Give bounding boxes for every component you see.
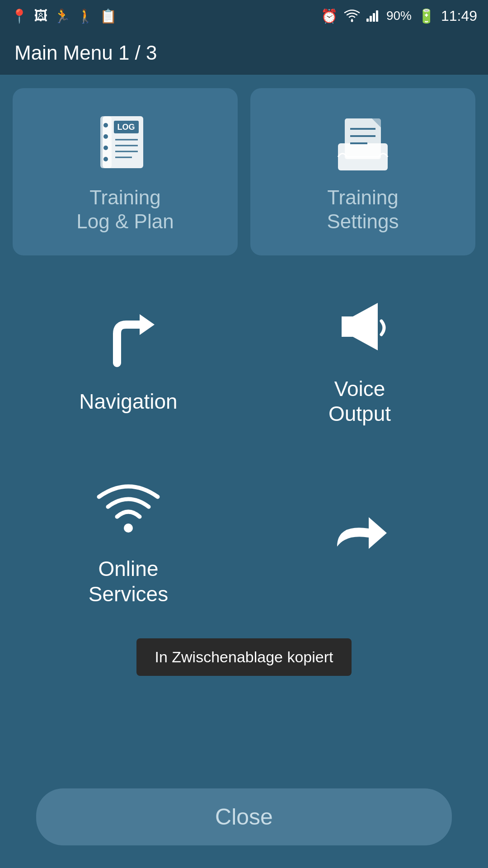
megaphone-icon (324, 292, 396, 364)
online-services-button[interactable]: Online Services (13, 453, 244, 624)
share-icon (324, 497, 396, 569)
svg-point-24 (124, 524, 133, 533)
svg-point-7 (103, 123, 108, 127)
time-display: 11:49 (441, 8, 477, 24)
log-icon: LOG (94, 112, 157, 175)
share-button[interactable] (244, 453, 475, 624)
navigation-label: Navigation (79, 389, 177, 414)
bottom-row: Online Services (13, 453, 475, 624)
close-button-container: Close (0, 779, 488, 868)
battery-icon: 🔋 (418, 8, 435, 24)
close-button[interactable]: Close (36, 788, 452, 845)
status-bar: 📍 🖼 🏃 🚶 📋 ⏰ (0, 0, 488, 32)
svg-rect-1 (366, 19, 369, 22)
settings-doc-icon (331, 112, 394, 175)
svg-rect-3 (373, 13, 375, 22)
status-icons-left: 📍 🖼 🏃 🚶 📋 (11, 8, 117, 24)
alarm-icon: ⏰ (321, 8, 338, 24)
voice-output-button[interactable]: Voice Output (244, 274, 475, 444)
navigation-button[interactable]: Navigation (13, 274, 244, 444)
battery-percent: 90% (386, 9, 412, 23)
clipboard-icon: 📋 (100, 8, 117, 24)
status-icons-right: ⏰ 90% 🔋 11:49 (321, 8, 477, 24)
training-log-label: Training Log & Plan (76, 186, 174, 234)
image-icon: 🖼 (34, 8, 47, 24)
svg-text:LOG: LOG (117, 123, 135, 132)
svg-rect-18 (345, 118, 381, 159)
toast-container: In Zwischenablage kopiert (13, 638, 475, 689)
training-settings-label: Training Settings (327, 186, 399, 234)
svg-rect-4 (376, 10, 378, 22)
svg-point-9 (103, 146, 108, 150)
wifi-services-icon (92, 472, 164, 544)
top-buttons-row: LOG Training Log & Plan (13, 88, 475, 255)
svg-point-0 (351, 20, 353, 22)
svg-rect-2 (370, 16, 372, 22)
online-services-label: Online Services (89, 557, 168, 606)
walking-icon: 🚶 (77, 8, 94, 24)
svg-point-10 (103, 157, 108, 161)
svg-marker-23 (140, 314, 155, 335)
middle-row: Navigation Voice Output (13, 274, 475, 444)
training-settings-button[interactable]: Training Settings (250, 88, 475, 255)
location-icon: 📍 (11, 8, 28, 24)
running-icon: 🏃 (54, 8, 70, 24)
svg-point-8 (103, 134, 108, 139)
training-log-button[interactable]: LOG Training Log & Plan (13, 88, 238, 255)
wifi-icon (344, 9, 360, 22)
voice-output-label: Voice Output (328, 377, 391, 426)
main-content: LOG Training Log & Plan (0, 75, 488, 779)
navigation-icon (92, 304, 164, 377)
page-title: Main Menu 1 / 3 (14, 42, 157, 64)
header: Main Menu 1 / 3 (0, 32, 488, 75)
clipboard-toast: In Zwischenablage kopiert (136, 638, 351, 676)
signal-icon (366, 9, 380, 22)
